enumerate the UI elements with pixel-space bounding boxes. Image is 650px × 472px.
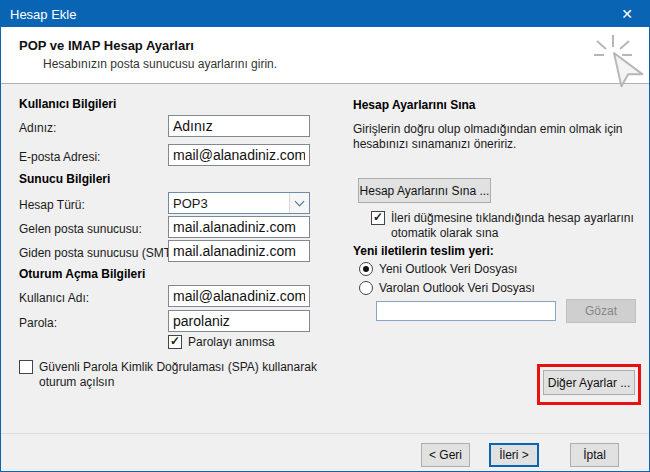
more-settings-button[interactable]: Diğer Ayarlar ...	[543, 370, 635, 395]
footer-bar	[1, 433, 649, 472]
cancel-button[interactable]: İptal	[570, 443, 619, 467]
spa-label: Güvenli Parola Kimlik Doğrulaması (SPA) …	[39, 360, 339, 390]
close-button[interactable]: ✕	[605, 1, 649, 27]
checkbox-checked-icon	[168, 335, 182, 349]
email-label: E-posta Adresi:	[19, 150, 100, 164]
section-server-info: Sunucu Bilgileri	[19, 172, 110, 186]
next-button[interactable]: İleri >	[489, 443, 539, 467]
checkbox-unchecked-icon	[19, 360, 33, 374]
existing-data-file-label: Varolan Outlook Veri Dosyası	[379, 281, 535, 295]
account-type-value: POP3	[169, 196, 289, 211]
add-account-dialog: Hesap Ekle ✕ POP ve IMAP Hesap Ayarları …	[0, 0, 650, 472]
username-label: Kullanıcı Adı:	[19, 291, 89, 305]
radio-selected-icon	[359, 262, 373, 276]
back-button[interactable]: < Geri	[421, 443, 470, 467]
email-input[interactable]	[168, 144, 310, 166]
spa-checkbox[interactable]: Güvenli Parola Kimlik Doğrulaması (SPA) …	[19, 360, 341, 390]
titlebar: Hesap Ekle ✕	[1, 1, 649, 27]
existing-data-file-radio[interactable]: Varolan Outlook Veri Dosyası	[359, 281, 535, 295]
browse-button[interactable]: Gözat	[566, 299, 636, 323]
account-type-label: Hesap Türü:	[19, 198, 85, 212]
name-input[interactable]	[168, 115, 310, 137]
username-input[interactable]	[168, 285, 310, 307]
page-title: POP ve IMAP Hesap Ayarları	[19, 38, 194, 53]
outgoing-server-input[interactable]	[168, 240, 310, 262]
password-label: Parola:	[19, 316, 57, 330]
section-logon-info: Oturum Açma Bilgileri	[19, 267, 145, 281]
data-file-path-input[interactable]	[376, 301, 556, 321]
chevron-down-icon[interactable]	[289, 193, 309, 213]
incoming-server-input[interactable]	[168, 216, 310, 238]
section-delivery: Yeni iletilerin teslim yeri:	[353, 244, 494, 258]
radio-unselected-icon	[359, 281, 373, 295]
page-subtitle: Hesabınızın posta sunucusu ayarlarını gi…	[43, 57, 277, 71]
checkbox-checked-icon	[371, 211, 385, 225]
auto-test-label: İleri düğmesine tıklandığında hesap ayar…	[391, 211, 639, 241]
incoming-server-label: Gelen posta sunucusu:	[19, 222, 142, 236]
password-input[interactable]	[168, 310, 310, 332]
wizard-header: POP ve IMAP Hesap Ayarları Hesabınızın p…	[1, 27, 649, 84]
account-type-select[interactable]: POP3	[168, 192, 310, 214]
close-icon: ✕	[621, 6, 633, 22]
window-title: Hesap Ekle	[1, 7, 76, 22]
test-account-settings-button[interactable]: Hesap Ayarlarını Sına ...	[358, 178, 491, 203]
section-user-info: Kullanıcı Bilgileri	[19, 97, 116, 111]
outgoing-server-label: Giden posta sunucusu (SMTP):	[19, 246, 186, 260]
name-label: Adınız:	[19, 121, 56, 135]
click-cursor-icon	[593, 33, 645, 93]
new-data-file-radio[interactable]: Yeni Outlook Veri Dosyası	[359, 262, 517, 276]
section-test-settings: Hesap Ayarlarını Sına	[353, 98, 476, 112]
new-data-file-label: Yeni Outlook Veri Dosyası	[379, 262, 517, 276]
remember-password-label: Parolayı anımsa	[188, 335, 275, 349]
test-description: Girişlerin doğru olup olmadığından emin …	[353, 122, 645, 152]
auto-test-checkbox[interactable]: İleri düğmesine tıklandığında hesap ayar…	[371, 211, 641, 241]
remember-password-checkbox[interactable]: Parolayı anımsa	[168, 335, 275, 349]
